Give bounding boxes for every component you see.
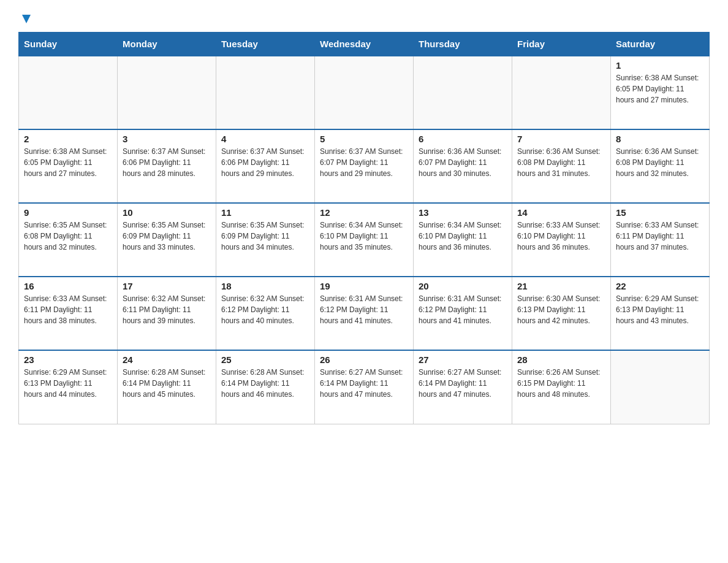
day-number: 21: [517, 281, 605, 291]
calendar-cell: 20Sunrise: 6:31 AM Sunset: 6:12 PM Dayli…: [414, 277, 512, 350]
day-info: Sunrise: 6:35 AM Sunset: 6:08 PM Dayligh…: [24, 220, 112, 253]
calendar-cell: 7Sunrise: 6:36 AM Sunset: 6:08 PM Daylig…: [512, 129, 611, 203]
calendar-cell: 10Sunrise: 6:35 AM Sunset: 6:09 PM Dayli…: [118, 203, 216, 277]
column-header-saturday: Saturday: [611, 33, 710, 56]
day-number: 3: [123, 134, 211, 144]
day-number: 19: [320, 281, 408, 291]
day-number: 24: [123, 354, 211, 365]
calendar-cell: 24Sunrise: 6:28 AM Sunset: 6:14 PM Dayli…: [118, 350, 216, 424]
calendar-cell: 3Sunrise: 6:37 AM Sunset: 6:06 PM Daylig…: [118, 129, 216, 203]
calendar-cell: 26Sunrise: 6:27 AM Sunset: 6:14 PM Dayli…: [315, 350, 414, 424]
day-number: 2: [24, 134, 112, 144]
calendar-week-row: 9Sunrise: 6:35 AM Sunset: 6:08 PM Daylig…: [19, 203, 710, 277]
day-number: 25: [221, 354, 309, 365]
day-info: Sunrise: 6:28 AM Sunset: 6:14 PM Dayligh…: [221, 367, 309, 400]
calendar-header-row: SundayMondayTuesdayWednesdayThursdayFrid…: [19, 33, 710, 56]
calendar-cell: 8Sunrise: 6:36 AM Sunset: 6:08 PM Daylig…: [611, 129, 710, 203]
day-info: Sunrise: 6:34 AM Sunset: 6:10 PM Dayligh…: [320, 220, 408, 253]
page-header: [18, 12, 710, 26]
day-info: Sunrise: 6:32 AM Sunset: 6:11 PM Dayligh…: [123, 293, 211, 326]
day-number: 17: [123, 281, 211, 291]
day-info: Sunrise: 6:35 AM Sunset: 6:09 PM Dayligh…: [221, 220, 309, 253]
calendar-cell: 15Sunrise: 6:33 AM Sunset: 6:11 PM Dayli…: [611, 203, 710, 277]
day-info: Sunrise: 6:33 AM Sunset: 6:10 PM Dayligh…: [517, 220, 605, 253]
day-info: Sunrise: 6:37 AM Sunset: 6:07 PM Dayligh…: [320, 146, 408, 179]
day-number: 15: [616, 207, 704, 218]
calendar-cell: 16Sunrise: 6:33 AM Sunset: 6:11 PM Dayli…: [19, 277, 118, 350]
day-number: 1: [616, 60, 704, 71]
day-info: Sunrise: 6:37 AM Sunset: 6:06 PM Dayligh…: [221, 146, 309, 179]
calendar-cell: 17Sunrise: 6:32 AM Sunset: 6:11 PM Dayli…: [118, 277, 216, 350]
day-info: Sunrise: 6:37 AM Sunset: 6:06 PM Dayligh…: [123, 146, 211, 179]
day-number: 20: [419, 281, 507, 291]
calendar-week-row: 23Sunrise: 6:29 AM Sunset: 6:13 PM Dayli…: [19, 350, 710, 424]
day-info: Sunrise: 6:36 AM Sunset: 6:07 PM Dayligh…: [419, 146, 507, 179]
day-number: 10: [123, 207, 211, 218]
day-number: 13: [419, 207, 507, 218]
calendar-cell: 21Sunrise: 6:30 AM Sunset: 6:13 PM Dayli…: [512, 277, 611, 350]
day-info: Sunrise: 6:33 AM Sunset: 6:11 PM Dayligh…: [24, 293, 112, 326]
day-number: 18: [221, 281, 309, 291]
day-number: 16: [24, 281, 112, 291]
day-info: Sunrise: 6:31 AM Sunset: 6:12 PM Dayligh…: [320, 293, 408, 326]
day-number: 23: [24, 354, 112, 365]
calendar-cell: [19, 56, 118, 129]
column-header-monday: Monday: [118, 33, 216, 56]
calendar-cell: [414, 56, 512, 129]
logo: [18, 12, 33, 26]
calendar-cell: 23Sunrise: 6:29 AM Sunset: 6:13 PM Dayli…: [19, 350, 118, 424]
day-number: 14: [517, 207, 605, 218]
day-info: Sunrise: 6:31 AM Sunset: 6:12 PM Dayligh…: [419, 293, 507, 326]
calendar-cell: [512, 56, 611, 129]
calendar-cell: 27Sunrise: 6:27 AM Sunset: 6:14 PM Dayli…: [414, 350, 512, 424]
calendar-cell: 19Sunrise: 6:31 AM Sunset: 6:12 PM Dayli…: [315, 277, 414, 350]
calendar-cell: 1Sunrise: 6:38 AM Sunset: 6:05 PM Daylig…: [611, 56, 710, 129]
day-number: 5: [320, 134, 408, 144]
column-header-tuesday: Tuesday: [216, 33, 315, 56]
day-info: Sunrise: 6:30 AM Sunset: 6:13 PM Dayligh…: [517, 293, 605, 326]
day-info: Sunrise: 6:29 AM Sunset: 6:13 PM Dayligh…: [24, 367, 112, 400]
day-number: 8: [616, 134, 704, 144]
calendar-cell: 11Sunrise: 6:35 AM Sunset: 6:09 PM Dayli…: [216, 203, 315, 277]
day-number: 11: [221, 207, 309, 218]
calendar-cell: 22Sunrise: 6:29 AM Sunset: 6:13 PM Dayli…: [611, 277, 710, 350]
calendar-cell: 2Sunrise: 6:38 AM Sunset: 6:05 PM Daylig…: [19, 129, 118, 203]
day-info: Sunrise: 6:34 AM Sunset: 6:10 PM Dayligh…: [419, 220, 507, 253]
calendar-cell: 28Sunrise: 6:26 AM Sunset: 6:15 PM Dayli…: [512, 350, 611, 424]
day-number: 7: [517, 134, 605, 144]
logo-triangle-icon: [20, 12, 33, 26]
calendar-cell: 13Sunrise: 6:34 AM Sunset: 6:10 PM Dayli…: [414, 203, 512, 277]
day-number: 6: [419, 134, 507, 144]
calendar-cell: 14Sunrise: 6:33 AM Sunset: 6:10 PM Dayli…: [512, 203, 611, 277]
day-info: Sunrise: 6:27 AM Sunset: 6:14 PM Dayligh…: [320, 367, 408, 400]
calendar-cell: 25Sunrise: 6:28 AM Sunset: 6:14 PM Dayli…: [216, 350, 315, 424]
day-number: 12: [320, 207, 408, 218]
day-info: Sunrise: 6:29 AM Sunset: 6:13 PM Dayligh…: [616, 293, 704, 326]
column-header-wednesday: Wednesday: [315, 33, 414, 56]
calendar-cell: 12Sunrise: 6:34 AM Sunset: 6:10 PM Dayli…: [315, 203, 414, 277]
day-number: 28: [517, 354, 605, 365]
calendar-cell: 5Sunrise: 6:37 AM Sunset: 6:07 PM Daylig…: [315, 129, 414, 203]
calendar-cell: [216, 56, 315, 129]
day-info: Sunrise: 6:33 AM Sunset: 6:11 PM Dayligh…: [616, 220, 704, 253]
day-info: Sunrise: 6:38 AM Sunset: 6:05 PM Dayligh…: [616, 72, 704, 105]
day-number: 27: [419, 354, 507, 365]
svg-marker-0: [22, 15, 31, 23]
day-info: Sunrise: 6:26 AM Sunset: 6:15 PM Dayligh…: [517, 367, 605, 400]
calendar-cell: 9Sunrise: 6:35 AM Sunset: 6:08 PM Daylig…: [19, 203, 118, 277]
column-header-sunday: Sunday: [19, 33, 118, 56]
calendar-table: SundayMondayTuesdayWednesdayThursdayFrid…: [18, 32, 710, 424]
calendar-cell: 6Sunrise: 6:36 AM Sunset: 6:07 PM Daylig…: [414, 129, 512, 203]
day-info: Sunrise: 6:36 AM Sunset: 6:08 PM Dayligh…: [517, 146, 605, 179]
calendar-cell: [118, 56, 216, 129]
day-number: 4: [221, 134, 309, 144]
calendar-cell: 4Sunrise: 6:37 AM Sunset: 6:06 PM Daylig…: [216, 129, 315, 203]
day-info: Sunrise: 6:27 AM Sunset: 6:14 PM Dayligh…: [419, 367, 507, 400]
column-header-friday: Friday: [512, 33, 611, 56]
column-header-thursday: Thursday: [414, 33, 512, 56]
calendar-week-row: 16Sunrise: 6:33 AM Sunset: 6:11 PM Dayli…: [19, 277, 710, 350]
day-info: Sunrise: 6:32 AM Sunset: 6:12 PM Dayligh…: [221, 293, 309, 326]
day-info: Sunrise: 6:36 AM Sunset: 6:08 PM Dayligh…: [616, 146, 704, 179]
calendar-week-row: 2Sunrise: 6:38 AM Sunset: 6:05 PM Daylig…: [19, 129, 710, 203]
day-info: Sunrise: 6:35 AM Sunset: 6:09 PM Dayligh…: [123, 220, 211, 253]
